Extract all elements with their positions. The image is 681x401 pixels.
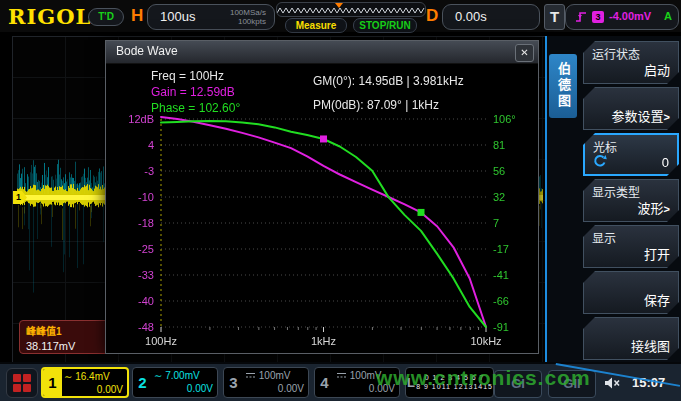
menu-display[interactable]: 显示 打开 [583,225,679,268]
ac-coupling-icon: ∼ [64,371,72,382]
svg-text:10kHz: 10kHz [470,335,501,347]
menu-run-state[interactable]: 运行状态 启动 [583,41,679,84]
window-title: Bode Wave [116,44,178,58]
close-icon[interactable]: ✕ [515,44,534,62]
timebase-pill[interactable]: 100us 100MSa/s 100kpts [147,4,275,30]
measurement-result-box: 峰峰值1 38.117mV [19,320,109,354]
menu-wiring-diagram[interactable]: 接线图 [583,317,679,360]
freq-readout: Freq = 100Hz [151,69,224,83]
svg-text:-18: -18 [138,217,154,229]
channel-3-number: 3 [224,368,243,397]
svg-text:-48: -48 [138,321,154,333]
channel-1-scale: 16.4mV [75,371,109,382]
channel-3-offset: 0.00V [245,382,304,395]
channel-2-status[interactable]: 2 ∼ 7.00mV 0.00V [132,367,218,398]
channel-2-offset: 0.00V [154,382,213,395]
gain-margin-readout: GM(0°): 14.95dB | 3.981kHz [313,74,464,88]
svg-text:4: 4 [148,139,154,151]
gain-readout: Gain = 12.59dB [151,85,235,99]
svg-text:56: 56 [493,165,505,177]
dc-coupling-icon [336,371,347,379]
menu-save[interactable]: 保存 [583,271,679,314]
channel-3-status[interactable]: 3 100mV 0.00V [223,367,309,398]
memory-depth: 100kpts [230,17,266,26]
trigger-pill[interactable]: 3 -4.00mV A [565,4,679,30]
svg-text:100Hz: 100Hz [145,335,177,347]
measure-button[interactable]: Measure [285,18,347,33]
phase-margin-readout: PM(0dB): 87.09° | 1kHz [313,98,439,112]
svg-text:-25: -25 [138,243,154,255]
svg-text:-66: -66 [493,295,509,307]
preview-zigzag-wave [277,4,425,17]
channel-1-number: 1 [43,369,62,396]
trigger-label-box: T [544,4,565,30]
menu-param-setup[interactable]: 参数设置> [583,87,679,130]
trigger-level-value: -4.00mV [609,10,651,22]
speaker-muted-icon[interactable] [604,376,622,390]
channel-2-scale: 7.00mV [165,370,199,381]
svg-text:-17: -17 [493,243,509,255]
watermark: www.cntronics.com [376,366,591,390]
svg-text:-33: -33 [138,269,154,281]
svg-text:32: 32 [493,191,505,203]
grid-icon [13,374,31,392]
svg-text:-91: -91 [493,321,509,333]
measurement-value: 38.117mV [26,340,102,352]
menu-sidebar: 伯德图 运行状态 启动 参数设置> 光标 0 显示类型 波形> 显示 打开 保存… [545,36,681,362]
bode-wave-window: Bode Wave ✕ Freq = 100Hz Gain = 12.59dB … [105,40,539,354]
window-titlebar[interactable]: Bode Wave ✕ [106,41,538,64]
sample-rate: 100MSa/s [230,8,266,17]
measurement-label: 峰峰值1 [26,323,102,338]
app-grid-button[interactable] [6,368,38,398]
trigger-coupling-badge: A [664,10,672,22]
bode-menu-tab[interactable]: 伯德图 [549,54,577,118]
channel-1-offset: 0.00V [64,383,123,396]
svg-text:81: 81 [493,139,505,151]
channel-3-scale: 100mV [259,370,291,381]
timebase-value: 100us [160,9,195,24]
chevron-right-icon: > [664,203,670,215]
rigol-logo: RIGOL [8,4,91,29]
stop-run-button[interactable]: STOP/RUN [353,18,417,33]
trigger-source-badge: 3 [592,11,604,23]
channel-4-number: 4 [315,368,334,397]
svg-text:1kHz: 1kHz [311,335,336,347]
trigger-slope-icon [574,11,588,23]
svg-text:-41: -41 [493,269,509,281]
acquisition-rates: 100MSa/s 100kpts [230,8,266,26]
delay-label: D [426,6,438,26]
ac-coupling-icon: ∼ [154,370,162,381]
delay-pill[interactable]: 0.00s [442,4,540,30]
svg-text:-10: -10 [138,191,154,203]
channel-1-status[interactable]: 1 ∼ 16.4mV 0.00V [41,367,129,398]
svg-text:12dB: 12dB [128,113,154,125]
svg-text:106°: 106° [493,113,516,125]
trigger-status-badge: T'D [88,8,124,26]
horizontal-label: H [131,6,143,26]
delay-value: 0.00s [455,9,487,24]
channel-2-number: 2 [133,368,152,397]
rotate-knob-icon [593,154,607,168]
menu-display-type[interactable]: 显示类型 波形> [583,179,679,222]
top-status-bar: RIGOL T'D H 100us 100MSa/s 100kpts Measu… [0,0,681,32]
menu-cursor[interactable]: 光标 0 [583,133,679,176]
chevron-right-icon: > [664,111,670,123]
svg-text:-40: -40 [138,295,154,307]
dc-coupling-icon [245,371,256,379]
trigger-position-icon[interactable] [335,3,343,8]
svg-text:-3: -3 [144,165,154,177]
svg-text:7: 7 [493,217,499,229]
waveform-preview-strip[interactable] [276,2,426,17]
bode-plot: 12dB106°481-356-1032-187-25-17-33-41-40-… [106,111,538,353]
